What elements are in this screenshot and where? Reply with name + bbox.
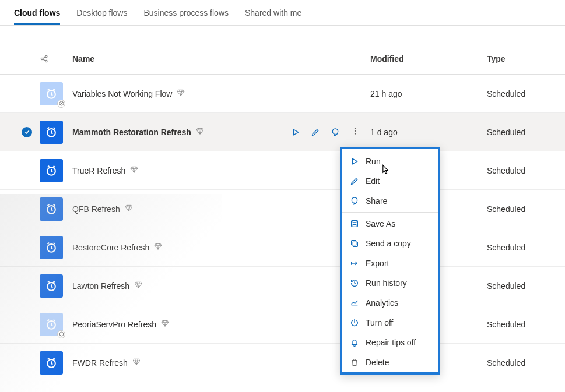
flow-context-menu: RunEditShareSave AsSend a copyExportRun … — [340, 147, 440, 375]
menu-item-label: Run — [366, 157, 381, 166]
flow-name[interactable]: TrueR Refresh — [72, 166, 125, 175]
edit-button[interactable] — [311, 128, 320, 137]
premium-icon — [161, 319, 169, 329]
menu-item-send-a-copy[interactable]: Send a copy — [342, 234, 438, 253]
flow-type: Scheduled — [487, 243, 551, 252]
run-button[interactable] — [291, 128, 300, 137]
table-row[interactable]: FWDR RefreshScheduled — [0, 344, 565, 382]
tab-business-process-flows[interactable]: Business process flows — [143, 5, 229, 25]
menu-item-label: Export — [366, 259, 389, 268]
menu-item-save-as[interactable]: Save As — [342, 214, 438, 234]
flow-type: Scheduled — [487, 89, 551, 98]
svg-rect-23 — [353, 242, 357, 246]
menu-item-label: Turn off — [366, 318, 393, 327]
menu-item-label: Send a copy — [366, 239, 411, 248]
svg-line-7 — [60, 102, 63, 105]
menu-item-repair-tips-off[interactable]: Repair tips off — [342, 333, 438, 352]
flow-clock-icon — [40, 159, 63, 182]
menu-item-delete[interactable]: Delete — [342, 352, 438, 372]
tab-shared-with-me[interactable]: Shared with me — [245, 5, 301, 25]
svg-rect-24 — [352, 241, 356, 245]
flow-type: Scheduled — [487, 358, 551, 368]
flow-name[interactable]: PeoriaServPro Refresh — [72, 320, 156, 329]
flow-name[interactable]: Lawton Refresh — [72, 281, 129, 291]
svg-point-10 — [355, 128, 356, 129]
premium-icon — [154, 242, 162, 252]
menu-item-export[interactable]: Export — [342, 253, 438, 273]
svg-line-3 — [43, 56, 45, 58]
share-column-icon — [40, 54, 69, 63]
flow-tabs: Cloud flows Desktop flows Business proce… — [0, 0, 565, 26]
copy-icon — [349, 239, 360, 248]
menu-divider — [342, 212, 438, 213]
svg-line-4 — [43, 59, 45, 61]
table-row[interactable]: RestoreCore RefreshScheduled — [0, 228, 565, 267]
col-header-name[interactable]: Name — [69, 54, 283, 63]
flow-modified: 21 h ago — [370, 89, 487, 98]
flow-clock-icon — [40, 82, 63, 105]
premium-icon — [132, 358, 141, 368]
premium-icon — [196, 127, 204, 137]
menu-item-label: Share — [366, 196, 387, 206]
flow-name[interactable]: Mammoth Restoration Refresh — [72, 128, 191, 137]
premium-icon — [125, 204, 133, 214]
flow-type: Scheduled — [487, 128, 551, 137]
table-row[interactable]: Lawton RefreshScheduled — [0, 267, 565, 305]
trash-icon — [349, 358, 360, 367]
share-icon — [349, 196, 360, 206]
history-icon — [349, 278, 360, 288]
table-row[interactable]: Variables Not Working Flow21 h agoSchedu… — [0, 75, 565, 113]
flow-type: Scheduled — [487, 320, 551, 329]
bell-icon — [349, 338, 360, 347]
tab-cloud-flows[interactable]: Cloud flows — [14, 5, 60, 25]
pencil-icon — [349, 176, 360, 186]
flow-modified: 1 d ago — [370, 128, 487, 137]
disabled-badge-icon — [57, 100, 65, 108]
saveas-icon — [349, 219, 360, 228]
more-actions-button[interactable] — [350, 126, 360, 137]
table-row[interactable]: PeoriaServPro RefreshScheduled — [0, 305, 565, 344]
menu-item-label: Run history — [366, 278, 407, 288]
flow-name[interactable]: Variables Not Working Flow — [72, 89, 172, 98]
flow-name[interactable]: FWDR Refresh — [72, 358, 128, 368]
flow-clock-icon — [40, 274, 63, 298]
svg-point-12 — [355, 133, 356, 135]
menu-item-run-history[interactable]: Run history — [342, 273, 438, 293]
menu-item-label: Edit — [366, 176, 380, 186]
col-header-type[interactable]: Type — [487, 54, 551, 63]
menu-item-turn-off[interactable]: Turn off — [342, 313, 438, 333]
disabled-badge-icon — [57, 330, 65, 338]
menu-item-label: Analytics — [366, 298, 398, 308]
flow-clock-icon — [40, 236, 63, 259]
flow-clock-icon — [40, 313, 63, 336]
menu-item-analytics[interactable]: Analytics — [342, 293, 438, 313]
table-row[interactable]: Mammoth Restoration Refresh1 d agoSchedu… — [0, 113, 565, 151]
row-selected-check-icon[interactable] — [22, 127, 32, 137]
col-header-modified[interactable]: Modified — [370, 54, 487, 63]
menu-item-share[interactable]: Share — [342, 191, 438, 211]
flow-type: Scheduled — [487, 281, 551, 291]
tab-desktop-flows[interactable]: Desktop flows — [76, 5, 127, 25]
menu-item-label: Repair tips off — [366, 338, 416, 347]
flows-list: Variables Not Working Flow21 h agoSchedu… — [0, 75, 565, 382]
flow-clock-icon — [40, 197, 63, 221]
flow-name[interactable]: QFB Refresh — [72, 204, 120, 214]
flow-type: Scheduled — [487, 166, 551, 175]
table-row[interactable]: QFB RefreshScheduled — [0, 190, 565, 228]
menu-item-label: Save As — [366, 219, 395, 228]
table-row[interactable]: TrueR RefreshScheduled — [0, 151, 565, 190]
svg-point-11 — [355, 130, 356, 132]
export-icon — [349, 259, 360, 268]
menu-item-label: Delete — [366, 358, 389, 367]
flow-clock-icon — [40, 351, 63, 375]
flow-name[interactable]: RestoreCore Refresh — [72, 243, 149, 252]
play-icon — [349, 157, 360, 166]
premium-icon — [134, 281, 142, 291]
share-button[interactable] — [331, 128, 340, 137]
table-header: Name Modified Type — [0, 43, 565, 75]
power-icon — [349, 318, 360, 327]
premium-icon — [130, 165, 138, 175]
cursor-icon — [380, 163, 391, 178]
premium-icon — [177, 89, 185, 98]
svg-marker-21 — [353, 158, 357, 164]
